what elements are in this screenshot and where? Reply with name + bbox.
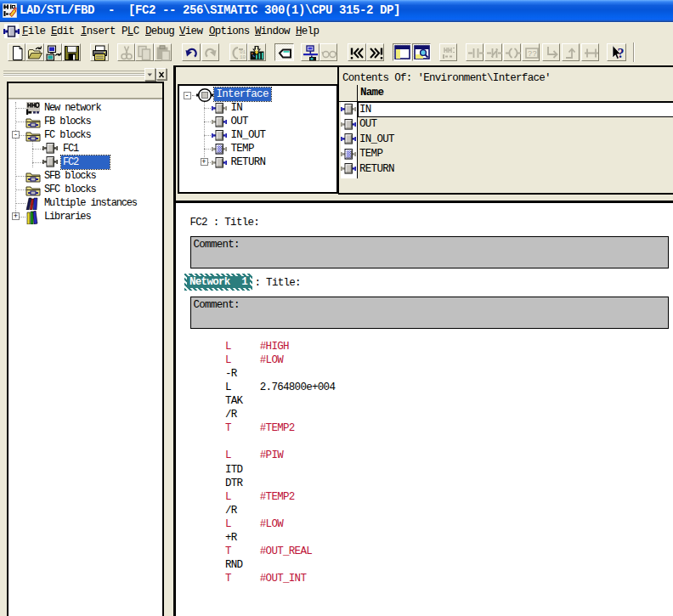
svg-text:10: 10 <box>240 54 246 60</box>
svg-text:?: ? <box>618 46 625 60</box>
svg-text:??: ?? <box>528 50 537 59</box>
